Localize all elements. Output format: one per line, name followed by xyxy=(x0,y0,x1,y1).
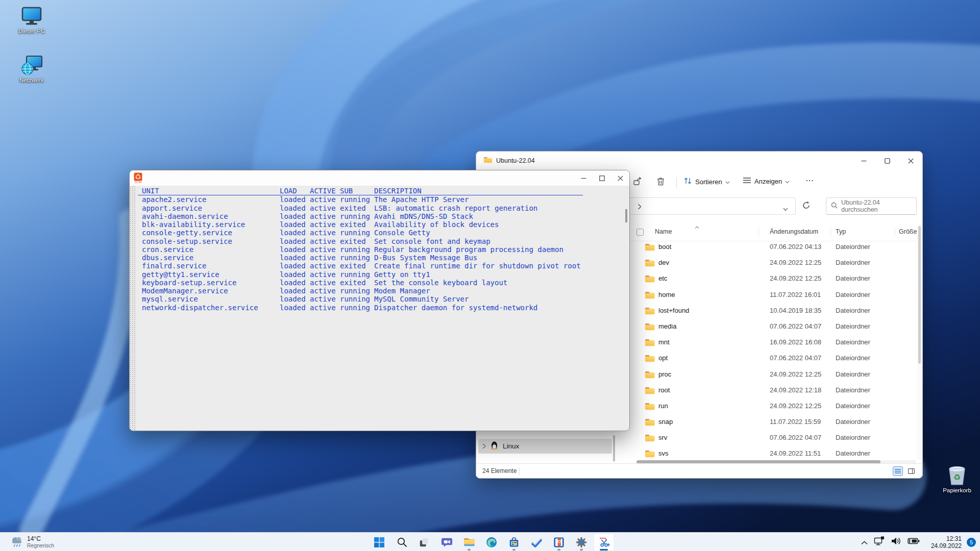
svg-text:♻: ♻ xyxy=(953,472,961,482)
explorer-titlebar[interactable]: Ubuntu-22.04 xyxy=(476,152,922,170)
share-button[interactable] xyxy=(632,177,642,186)
edge-button[interactable] xyxy=(481,534,502,551)
folder-icon xyxy=(645,386,655,396)
service-unit: finalrd.service xyxy=(142,262,280,270)
taskbar-clock[interactable]: 12:31 24.09.2022 xyxy=(931,535,962,550)
file-explorer-button[interactable] xyxy=(459,534,479,551)
service-unit: cron.service xyxy=(142,245,280,254)
widgets-weather-button[interactable]: 14°C Regnerisch xyxy=(7,534,57,550)
service-row: apache2.service loaded active running Th… xyxy=(138,195,629,204)
minimize-button[interactable] xyxy=(852,152,875,170)
task-view-button[interactable] xyxy=(414,534,434,551)
expander-chevron-icon[interactable] xyxy=(482,442,486,451)
snipping-tool-button[interactable] xyxy=(594,534,614,551)
file-type: Dateiordner xyxy=(836,243,870,251)
notification-badge[interactable]: 5 xyxy=(967,538,976,547)
file-type: Dateiordner xyxy=(836,259,870,266)
settings-button[interactable] xyxy=(571,534,592,551)
file-date: 11.07.2022 15:59 xyxy=(770,418,821,425)
desktop-icon-papierkorb[interactable]: ♻ Papierkorb xyxy=(941,465,973,493)
service-load: loaded xyxy=(280,270,310,279)
terminal-titlebar[interactable]: 22.04 xyxy=(130,170,629,186)
close-button[interactable] xyxy=(899,152,922,170)
column-header-date[interactable]: Änderungsdatum xyxy=(770,228,818,235)
weather-temp: 14°C xyxy=(27,536,54,543)
start-button[interactable] xyxy=(369,534,389,551)
delete-button[interactable] xyxy=(656,177,666,186)
service-description: The Apache HTTP Server xyxy=(374,195,469,204)
column-header-name[interactable]: Name xyxy=(655,228,672,235)
sort-button[interactable]: Sortieren xyxy=(683,177,730,187)
network-icon xyxy=(20,55,43,76)
file-name: media xyxy=(658,322,676,330)
details-view-button[interactable] xyxy=(906,466,916,476)
search-input[interactable]: Ubuntu-22.04 durchsuchen xyxy=(826,197,917,215)
terminal-right-scrollbar[interactable] xyxy=(624,190,628,428)
service-unit: console-getty.service xyxy=(142,229,280,237)
list-view-button[interactable] xyxy=(893,466,903,476)
maximize-button[interactable] xyxy=(593,170,611,186)
service-active: active xyxy=(310,304,340,312)
volume-icon[interactable] xyxy=(891,537,901,547)
service-unit: keyboard-setup.service xyxy=(142,279,280,287)
microsoft-todo-button[interactable] xyxy=(526,534,547,551)
maximize-button[interactable] xyxy=(875,152,899,170)
service-load: loaded xyxy=(280,220,310,229)
service-unit: blk-availability.service xyxy=(142,220,280,229)
scrollbar-thumb[interactable] xyxy=(918,226,921,364)
file-type: Dateiordner xyxy=(836,418,870,425)
terminal-left-scrollbar[interactable] xyxy=(130,186,136,431)
service-sub: exited xyxy=(340,262,374,270)
scrollbar-thumb[interactable] xyxy=(613,435,615,462)
column-header-size[interactable]: Größe xyxy=(899,228,917,235)
items-count: 24 Elemente xyxy=(482,467,517,474)
search-button[interactable] xyxy=(391,534,412,551)
desktop-icon-netzwerk[interactable]: Netzwerk xyxy=(15,55,48,83)
network-icon[interactable] xyxy=(874,536,885,548)
service-load: loaded xyxy=(280,204,310,212)
battery-charging-icon[interactable] xyxy=(908,537,920,547)
vertical-scrollbar[interactable] xyxy=(917,224,921,460)
service-row: ModemManager.service loaded active runni… xyxy=(138,287,629,295)
select-all-checkbox[interactable] xyxy=(636,229,644,236)
sidebar-item-linux[interactable]: Linux xyxy=(478,439,612,454)
file-type: Dateiordner xyxy=(836,338,870,346)
service-description: Availability of block devices xyxy=(374,220,499,229)
running-indicator xyxy=(580,549,583,550)
minimize-button[interactable] xyxy=(574,170,593,186)
folder-icon xyxy=(645,434,655,444)
column-header-type[interactable]: Typ xyxy=(836,228,846,235)
file-name: lost+found xyxy=(658,307,689,314)
column-separator xyxy=(758,227,759,237)
icon-caption: 22.04 xyxy=(135,181,142,184)
folder-icon xyxy=(645,322,655,333)
file-name: run xyxy=(658,402,668,410)
service-active: active xyxy=(310,229,340,237)
close-button[interactable] xyxy=(611,170,629,186)
desktop-icon-label: Netzwerk xyxy=(19,77,44,83)
service-description: Modem Manager xyxy=(374,287,430,295)
refresh-button[interactable] xyxy=(802,201,811,212)
address-dropdown-icon[interactable] xyxy=(783,204,788,213)
service-sub: running xyxy=(340,270,374,279)
service-row: apport.service loaded active exited LSB:… xyxy=(138,204,629,212)
more-options-button[interactable]: ··· xyxy=(806,177,814,184)
service-load: loaded xyxy=(280,237,310,245)
service-description: Create final runtime dir for shutdown pi… xyxy=(374,262,581,270)
folder-icon xyxy=(645,243,655,253)
service-unit: dbus.service xyxy=(142,254,280,262)
folder-icon xyxy=(483,156,492,165)
running-indicator xyxy=(557,549,560,550)
teams-chat-button[interactable] xyxy=(436,534,457,551)
desktop-icon-dieser-pc[interactable]: Dieser PC xyxy=(15,6,48,34)
tray-chevron-up-icon[interactable] xyxy=(861,538,868,547)
service-load: loaded xyxy=(280,279,310,287)
service-load: loaded xyxy=(280,304,310,312)
file-type: Dateiordner xyxy=(836,386,870,394)
scrollbar-thumb[interactable] xyxy=(625,209,627,222)
microsoft-store-button[interactable] xyxy=(504,534,524,551)
view-button[interactable]: Anzeigen xyxy=(743,177,790,186)
ubuntu-terminal-button[interactable] xyxy=(549,534,569,551)
service-active: active xyxy=(310,262,340,270)
service-description: Set console font and keymap xyxy=(374,237,491,245)
